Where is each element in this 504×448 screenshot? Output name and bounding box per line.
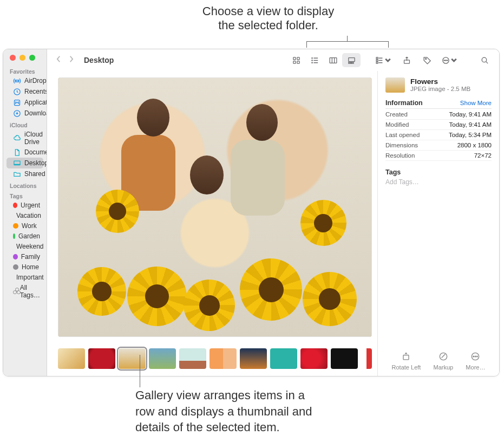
sidebar-item-label: Garden <box>18 232 40 240</box>
sidebar-item-label: Urgent <box>21 202 40 209</box>
annotation-top-text: Choose a view to display the selected fo… <box>202 4 334 32</box>
sidebar-tag-garden[interactable]: Garden <box>6 231 43 241</box>
back-button[interactable] <box>56 55 62 65</box>
svg-rect-7 <box>293 61 295 63</box>
nav-arrows <box>53 55 77 65</box>
search-button[interactable] <box>475 53 494 67</box>
sidebar-item-label: Weekend <box>16 243 43 250</box>
fullscreen-window-button[interactable] <box>29 55 35 61</box>
svg-rect-27 <box>403 355 409 360</box>
gallery-preview[interactable] <box>58 77 372 337</box>
action-label: Rotate Left <box>392 364 421 371</box>
group-by-button[interactable] <box>372 53 395 67</box>
sidebar-section-locations[interactable]: Locations <box>3 179 47 190</box>
gallery-view-button[interactable] <box>342 53 361 67</box>
info-row: Last openedToday, 5:34 PM <box>385 130 492 140</box>
thumbnail-item[interactable] <box>240 348 267 369</box>
thumbnail-item[interactable] <box>331 348 358 369</box>
info-key: Dimensions <box>385 142 418 148</box>
thumbnail-strip[interactable] <box>58 341 372 373</box>
sidebar-item-label: Home <box>22 263 39 271</box>
content: Flowers JPEG image - 2.5 MB Information … <box>47 71 499 376</box>
thumbnail-item[interactable] <box>88 348 115 369</box>
info-row: CreatedToday, 9:41 AM <box>385 109 492 120</box>
sidebar-all-tags[interactable]: All Tags… <box>6 282 43 300</box>
tag-dot-icon <box>13 203 17 208</box>
callout-bracket <box>306 41 389 48</box>
sidebar-section-tags: Tags <box>3 190 47 200</box>
svg-rect-18 <box>376 60 378 61</box>
sidebar-tag-vacation[interactable]: Vacation <box>6 210 43 220</box>
thumbnail-item[interactable] <box>300 348 328 369</box>
action-label: Markup <box>434 364 454 371</box>
info-row: Dimensions2800 x 1800 <box>385 140 492 151</box>
toolbar: Desktop <box>47 49 499 71</box>
info-key: Created <box>385 111 408 118</box>
action-menu-button[interactable] <box>438 53 461 67</box>
close-window-button[interactable] <box>10 55 16 61</box>
document-icon <box>13 148 21 157</box>
sidebar-item-recents[interactable]: Recents <box>6 86 43 97</box>
sidebar-item-applications[interactable]: Applications <box>6 97 43 108</box>
applications-icon <box>13 99 21 107</box>
thumbnail-item[interactable] <box>210 348 237 369</box>
sidebar-item-airdrop[interactable]: AirDrop <box>6 75 43 86</box>
thumbnail-item-selected[interactable] <box>119 348 146 369</box>
sidebar-tag-weekend[interactable]: Weekend <box>6 241 43 251</box>
info-value: 72×72 <box>474 152 492 159</box>
share-button[interactable] <box>397 53 416 67</box>
svg-rect-16 <box>352 62 353 63</box>
inspector-subtitle: JPEG image - 2.5 MB <box>410 86 470 92</box>
sidebar-item-downloads[interactable]: Downloads <box>6 108 43 119</box>
info-key: Resolution <box>385 152 415 159</box>
window-controls <box>3 49 47 65</box>
sidebar-item-label: AirDrop <box>24 77 47 85</box>
rotate-left-button[interactable]: Rotate Left <box>392 351 421 371</box>
sidebar-item-label: iCloud Drive <box>24 131 43 146</box>
information-label: Information <box>385 99 423 107</box>
sidebar-item-label: Recents <box>24 88 47 95</box>
annotation-bottom: Gallery view arranges items in a row and… <box>0 376 504 446</box>
show-more-link[interactable]: Show More <box>460 100 492 106</box>
tags-header: Tags <box>385 168 492 176</box>
main-area: Desktop <box>47 49 499 376</box>
svg-point-21 <box>425 58 426 59</box>
sidebar-tag-home[interactable]: Home <box>6 262 43 272</box>
more-actions-button[interactable]: More… <box>466 351 485 371</box>
window-title: Desktop <box>84 56 114 64</box>
sidebar-tag-urgent[interactable]: Urgent <box>6 200 43 210</box>
minimize-window-button[interactable] <box>19 55 25 61</box>
svg-rect-12 <box>330 57 337 63</box>
thumbnail-item[interactable] <box>179 348 206 369</box>
shared-folder-icon <box>13 170 21 178</box>
sidebar-tag-work[interactable]: Work <box>6 220 43 231</box>
thumbnail-item[interactable] <box>361 348 372 369</box>
thumbnail-item[interactable] <box>270 348 297 369</box>
sidebar-item-label: Important <box>16 274 44 281</box>
sidebar-item-label: Work <box>22 222 37 230</box>
sidebar-item-documents[interactable]: Documents <box>6 147 43 158</box>
sidebar-tag-important[interactable]: Important <box>6 272 43 282</box>
info-value: Today, 9:41 AM <box>449 121 492 128</box>
annotation-top: Choose a view to display the selected fo… <box>32 0 504 43</box>
sidebar-item-shared[interactable]: Shared <box>6 168 43 179</box>
sidebar-section-favorites: Favorites <box>3 65 47 75</box>
add-tags-field[interactable]: Add Tags… <box>385 178 492 186</box>
tag-button[interactable] <box>418 53 436 67</box>
clock-icon <box>13 88 21 96</box>
info-row: ModifiedToday, 9:41 AM <box>385 120 492 130</box>
svg-point-31 <box>475 356 476 357</box>
markup-button[interactable]: Markup <box>434 351 454 371</box>
thumbnail-item[interactable] <box>149 348 176 369</box>
svg-point-11 <box>311 62 312 63</box>
forward-button[interactable] <box>68 55 74 65</box>
list-view-button[interactable] <box>305 53 324 67</box>
icon-view-button[interactable] <box>287 53 305 67</box>
sidebar-tag-family[interactable]: Family <box>6 251 43 262</box>
sidebar-item-icloud-drive[interactable]: iCloud Drive <box>6 129 43 147</box>
sidebar-item-desktop[interactable]: Desktop <box>6 158 43 168</box>
column-view-button[interactable] <box>324 53 342 67</box>
thumbnail-item[interactable] <box>58 348 85 369</box>
tag-dot-icon <box>13 254 18 259</box>
svg-rect-8 <box>297 61 299 63</box>
